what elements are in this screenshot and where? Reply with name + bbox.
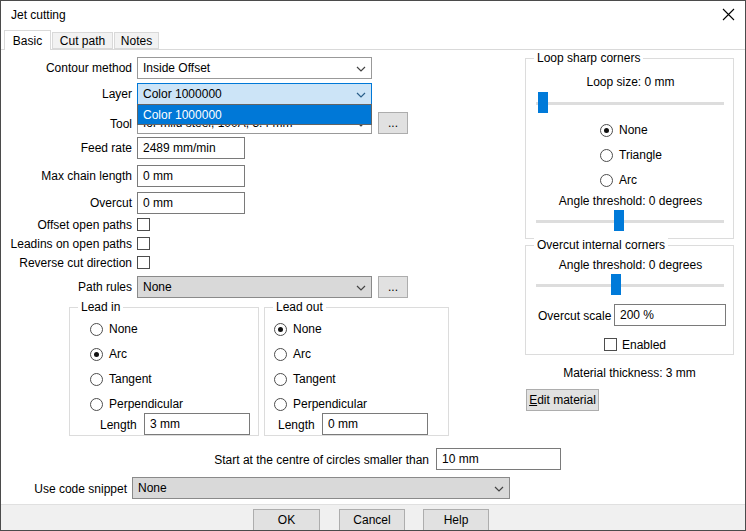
radio-icon bbox=[600, 149, 613, 162]
overcut-scale-field[interactable]: 200 % bbox=[614, 304, 726, 326]
loop-size-slider-track[interactable] bbox=[536, 102, 724, 105]
loop-size-slider-thumb[interactable] bbox=[538, 92, 548, 113]
overcut-field[interactable]: 0 mm bbox=[137, 192, 245, 214]
lead-out-length-field[interactable]: 0 mm bbox=[322, 413, 428, 435]
overcut-angle-threshold-label: Angle threshold: 0 degrees bbox=[526, 258, 735, 272]
lead-in-none-radio[interactable]: None bbox=[90, 322, 138, 336]
reverse-cut-direction-checkbox[interactable] bbox=[137, 256, 150, 269]
loop-angle-slider-track[interactable] bbox=[536, 220, 724, 223]
layer-dropdown-item[interactable]: Color 1000000 bbox=[138, 105, 371, 124]
use-code-snippet-value: None bbox=[138, 481, 167, 495]
lead-out-arc-radio[interactable]: Arc bbox=[274, 347, 311, 361]
help-label: Help bbox=[444, 513, 469, 527]
lead-in-title: Lead in bbox=[78, 300, 123, 314]
path-rules-browse-button[interactable]: ... bbox=[378, 276, 408, 298]
layer-label: Layer bbox=[1, 87, 132, 101]
loop-arc-label: Arc bbox=[619, 173, 637, 187]
loop-arc-radio[interactable]: Arc bbox=[600, 173, 637, 187]
tab-basic-label: Basic bbox=[13, 34, 42, 48]
start-centre-value: 10 mm bbox=[442, 452, 479, 466]
radio-selected-icon bbox=[600, 124, 613, 137]
loop-none-label: None bbox=[619, 123, 648, 137]
lead-in-arc-label: Arc bbox=[109, 347, 127, 361]
lead-out-tangent-radio[interactable]: Tangent bbox=[274, 372, 336, 386]
tab-basic[interactable]: Basic bbox=[4, 30, 51, 50]
leadins-on-open-paths-label: Leadins on open paths bbox=[1, 237, 132, 251]
tab-notes[interactable]: Notes bbox=[114, 32, 159, 49]
lead-in-none-label: None bbox=[109, 322, 138, 336]
lead-out-length-value: 0 mm bbox=[328, 417, 358, 431]
overcut-scale-value: 200 % bbox=[620, 308, 654, 322]
tab-strip-divider bbox=[1, 49, 746, 50]
layer-dropdown-list: Color 1000000 bbox=[137, 104, 372, 125]
path-rules-label: Path rules bbox=[1, 280, 132, 294]
contour-method-combobox[interactable]: Inside Offset bbox=[137, 57, 372, 79]
lead-in-arc-radio[interactable]: Arc bbox=[90, 347, 127, 361]
cancel-button[interactable]: Cancel bbox=[339, 509, 405, 531]
lead-in-tangent-radio[interactable]: Tangent bbox=[90, 372, 152, 386]
edit-material-button[interactable]: Edit material bbox=[526, 389, 599, 411]
loop-none-radio[interactable]: None bbox=[600, 123, 648, 137]
tab-cut-path[interactable]: Cut path bbox=[52, 32, 113, 49]
radio-icon bbox=[274, 398, 287, 411]
overcut-internal-corners-title: Overcut internal corners bbox=[534, 238, 668, 252]
radio-icon bbox=[90, 323, 103, 336]
radio-icon bbox=[274, 348, 287, 361]
lead-in-length-value: 3 mm bbox=[150, 417, 180, 431]
tool-label: Tool bbox=[1, 117, 132, 131]
loop-size-label: Loop size: 0 mm bbox=[526, 75, 735, 89]
lead-out-title: Lead out bbox=[273, 300, 326, 314]
overcut-angle-slider-thumb[interactable] bbox=[611, 274, 621, 295]
start-centre-field[interactable]: 10 mm bbox=[436, 448, 561, 470]
lead-in-group: Lead in None Arc Tangent Perpendicular L… bbox=[69, 307, 259, 436]
enabled-checkbox[interactable] bbox=[604, 338, 617, 351]
lead-out-none-label: None bbox=[293, 322, 322, 336]
path-rules-combobox[interactable]: None bbox=[137, 276, 372, 298]
use-code-snippet-combobox[interactable]: None bbox=[132, 477, 510, 499]
lead-in-length-label: Length bbox=[100, 418, 137, 432]
tool-browse-button[interactable]: ... bbox=[378, 112, 408, 134]
lead-out-none-radio[interactable]: None bbox=[274, 322, 322, 336]
path-rules-browse-label: ... bbox=[388, 280, 398, 294]
use-code-snippet-label: Use code snippet bbox=[1, 482, 127, 496]
overcut-internal-corners-group: Overcut internal corners Angle threshold… bbox=[525, 245, 734, 355]
material-thickness-label: Material thickness: 3 mm bbox=[525, 366, 734, 380]
help-button[interactable]: Help bbox=[423, 509, 489, 531]
lead-out-tangent-label: Tangent bbox=[293, 372, 336, 386]
max-chain-length-value: 0 mm bbox=[143, 169, 173, 183]
tab-notes-label: Notes bbox=[121, 34, 152, 48]
radio-icon bbox=[90, 373, 103, 386]
ok-button[interactable]: OK bbox=[253, 509, 320, 531]
lead-in-length-field[interactable]: 3 mm bbox=[144, 413, 250, 435]
feed-rate-field[interactable]: 2489 mm/min bbox=[137, 137, 245, 159]
overcut-value: 0 mm bbox=[143, 196, 173, 210]
lead-in-perpendicular-radio[interactable]: Perpendicular bbox=[90, 397, 183, 411]
radio-selected-icon bbox=[274, 323, 287, 336]
contour-method-value: Inside Offset bbox=[143, 61, 210, 75]
layer-value: Color 1000000 bbox=[143, 87, 222, 101]
edit-material-label: Edit material bbox=[529, 393, 596, 407]
close-icon[interactable] bbox=[721, 7, 736, 25]
overcut-angle-slider-track[interactable] bbox=[536, 284, 724, 287]
layer-combobox[interactable]: Color 1000000 bbox=[137, 83, 372, 105]
max-chain-length-field[interactable]: 0 mm bbox=[137, 165, 245, 187]
tool-browse-label: ... bbox=[388, 116, 398, 130]
tab-cut-path-label: Cut path bbox=[60, 34, 105, 48]
offset-open-paths-checkbox[interactable] bbox=[137, 218, 150, 231]
loop-triangle-radio[interactable]: Triangle bbox=[600, 148, 662, 162]
cancel-label: Cancel bbox=[353, 513, 390, 527]
lead-out-arc-label: Arc bbox=[293, 347, 311, 361]
chevron-down-icon bbox=[356, 285, 366, 291]
window-title: Jet cutting bbox=[11, 8, 66, 22]
reverse-cut-direction-label: Reverse cut direction bbox=[1, 256, 132, 270]
loop-angle-threshold-label: Angle threshold: 0 degrees bbox=[526, 194, 735, 208]
radio-icon bbox=[274, 373, 287, 386]
loop-sharp-corners-group: Loop sharp corners Loop size: 0 mm None … bbox=[525, 58, 734, 239]
lead-out-perpendicular-radio[interactable]: Perpendicular bbox=[274, 397, 367, 411]
ok-label: OK bbox=[278, 513, 295, 527]
lead-in-perpendicular-label: Perpendicular bbox=[109, 397, 183, 411]
leadins-on-open-paths-checkbox[interactable] bbox=[137, 237, 150, 250]
loop-sharp-corners-title: Loop sharp corners bbox=[534, 51, 643, 65]
lead-in-tangent-label: Tangent bbox=[109, 372, 152, 386]
loop-angle-slider-thumb[interactable] bbox=[614, 210, 624, 231]
